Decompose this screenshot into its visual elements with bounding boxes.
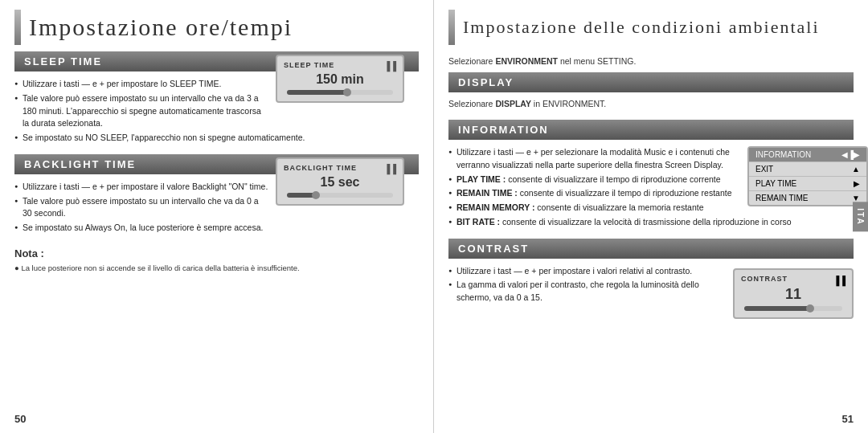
left-page-title: Impostazione ore/tempi bbox=[29, 14, 293, 41]
information-header: INFORMATION bbox=[448, 120, 854, 140]
information-section: INFORMATION INFORMATION ◀▐▶ EXIT ▲ PLAY … bbox=[434, 120, 868, 234]
contrast-section: CONTRAST CONTRAST ▐▐ 11 Utilizzare i tas… bbox=[434, 239, 868, 322]
info-bullet-4: REMAIN MEMORY : consente di visualizzare… bbox=[448, 202, 854, 214]
backlight-time-bullets: Utilizzare i tasti — e + per impostare i… bbox=[14, 181, 419, 235]
sleep-bullet-1: Utilizzare i tasti — e + per impostare l… bbox=[14, 78, 419, 91]
sleep-time-content: Utilizzare i tasti — e + per impostare l… bbox=[0, 78, 433, 145]
backlight-time-content: Utilizzare i tasti — e + per impostare i… bbox=[0, 181, 433, 235]
environment-intro: Selezionare ENVIRONMENT nel menu SETTING… bbox=[448, 56, 854, 66]
contrast-bullet-2: La gamma di valori per il contrasto, che… bbox=[448, 279, 854, 304]
sleep-time-section: SLEEP TIME ▐▐ 150 min SLEEP TIME Utilizz… bbox=[0, 51, 433, 149]
contrast-slider-thumb bbox=[806, 304, 814, 312]
nota-section: Nota : ● La luce posteriore non si accen… bbox=[14, 247, 419, 273]
information-bullets: Utilizzare i tasti — e + per selezionare… bbox=[434, 146, 868, 229]
left-page: Impostazione ore/tempi SLEEP TIME ▐▐ 150… bbox=[0, 0, 434, 433]
backlight-time-section: BACKLIGHT TIME ▐▐ 15 sec BACKLIGHT TIME … bbox=[0, 154, 433, 239]
backlight-bullet-1: Utilizzare i tasti — e + per impostare i… bbox=[14, 181, 419, 194]
right-page-number: 51 bbox=[842, 413, 854, 425]
ita-tab: ITA bbox=[853, 202, 868, 231]
right-page: Impostazione delle condizioni ambientali… bbox=[434, 0, 868, 433]
contrast-bullet-1: Utilizzare i tast — e + per impostare i … bbox=[448, 265, 854, 278]
nota-text: ● La luce posteriore non si accende se i… bbox=[14, 263, 419, 273]
info-bullet-3: REMAIN TIME : consente di visualizzare i… bbox=[448, 187, 854, 200]
display-header: DISPLAY bbox=[448, 72, 854, 92]
right-page-title: Impostazione delle condizioni ambientali bbox=[463, 17, 820, 38]
contrast-bullets: Utilizzare i tast — e + per impostare i … bbox=[434, 265, 868, 304]
left-header: Impostazione ore/tempi bbox=[0, 0, 433, 51]
right-header: Impostazione delle condizioni ambientali bbox=[434, 0, 868, 51]
backlight-bullet-3: Se impostato su Always On, la luce poste… bbox=[14, 222, 419, 235]
info-icon-playtime: ▶ bbox=[854, 179, 860, 188]
header-accent-right bbox=[448, 10, 455, 45]
nota-title: Nota : bbox=[14, 247, 419, 259]
contrast-slider bbox=[744, 306, 842, 311]
backlight-bullet-2: Tale valore può essere impostato su un i… bbox=[14, 195, 419, 221]
backlight-time-box-title: BACKLIGHT TIME bbox=[284, 164, 357, 172]
contrast-content: CONTRAST ▐▐ 11 Utilizzare i tast — e + p… bbox=[434, 265, 868, 322]
contrast-header: CONTRAST bbox=[448, 239, 854, 259]
header-accent-left bbox=[14, 10, 21, 45]
display-sub-text: Selezionare DISPLAY in ENVIRONMENT. bbox=[448, 99, 854, 108]
sleep-bullet-2: Tale valore può essere impostato su un i… bbox=[14, 92, 419, 130]
display-section: DISPLAY Selezionare DISPLAY in ENVIRONME… bbox=[434, 72, 868, 115]
left-page-number: 50 bbox=[14, 413, 26, 425]
sleep-time-box-title: SLEEP TIME bbox=[284, 61, 334, 69]
information-content: INFORMATION ◀▐▶ EXIT ▲ PLAY TIME ▶ REMAI… bbox=[434, 146, 868, 234]
info-bullet-1: Utilizzare i tasti — e + per selezionare… bbox=[448, 146, 854, 172]
info-bullet-2: PLAY TIME : consente di visualizzare il … bbox=[448, 174, 854, 186]
sleep-time-bullets: Utilizzare i tasti — e + per impostare l… bbox=[14, 78, 419, 145]
info-bullet-5: BIT RATE : consente di visualizzare la v… bbox=[448, 216, 854, 229]
sleep-time-battery-icon: ▐▐ bbox=[383, 61, 396, 71]
backlight-battery-icon: ▐▐ bbox=[383, 164, 396, 174]
sleep-bullet-3: Se impostato su NO SLEEP, l'apparecchio … bbox=[14, 132, 419, 145]
